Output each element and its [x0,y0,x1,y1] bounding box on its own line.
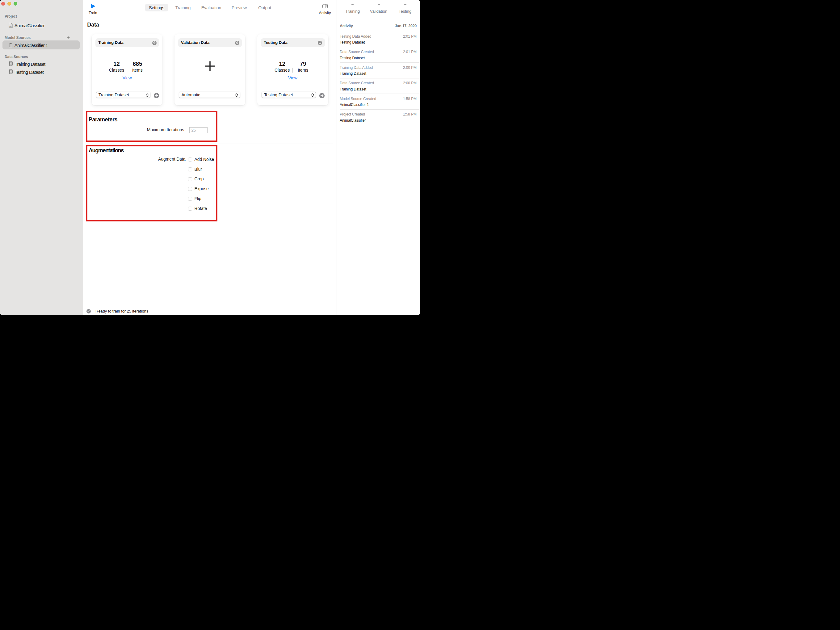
svg-text:ML: ML [9,25,12,27]
